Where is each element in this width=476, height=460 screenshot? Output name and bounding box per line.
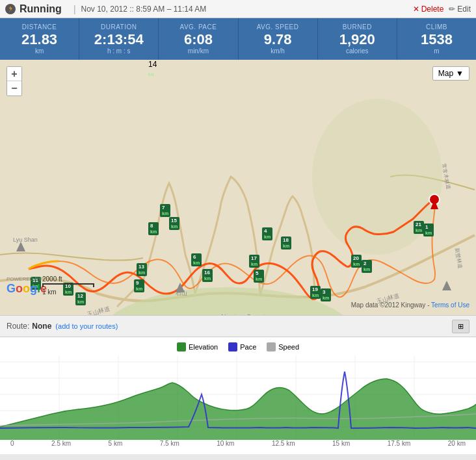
chevron-down-icon: ▼ — [456, 69, 464, 78]
google-logo: POWERED BY Google — [7, 276, 47, 296]
elevation-color — [177, 342, 186, 351]
activity-title: Running — [20, 3, 62, 15]
chart-container: Elevation Pace Speed — [0, 337, 476, 454]
pace-color — [228, 342, 237, 351]
header-actions: ✕ Delete ✏ Edit — [413, 5, 471, 14]
stat-distance: Distance 21.83 km — [0, 18, 79, 60]
stats-bar: Distance 21.83 km Duration 2:13:54 h : m… — [0, 18, 476, 60]
km-marker-17: 17km — [249, 255, 259, 268]
zoom-controls: + − — [7, 66, 22, 96]
zoom-in-button[interactable]: + — [7, 67, 21, 81]
km-marker-3: 3km — [321, 288, 331, 301]
stat-avg-pace: Avg. Pace 6:08 min/km — [159, 18, 238, 60]
stat-avg-speed: Avg. Speed 9.78 km/h — [239, 18, 318, 60]
map-container[interactable]: Nantou County Chiayi County 玉山林道 玉山林道 玉山… — [0, 60, 476, 315]
chart-svg — [0, 355, 476, 440]
delete-button[interactable]: ✕ Delete — [413, 5, 444, 14]
route-bar: Route: None (add to your routes) ⊞ — [0, 315, 476, 337]
km-marker-2: 2km — [362, 260, 372, 273]
km-marker-20: 20km — [351, 255, 362, 268]
km-marker-16: 16km — [202, 269, 213, 282]
stat-duration: Duration 2:13:54 h : m : s — [79, 18, 159, 60]
legend-pace: Pace — [228, 342, 256, 351]
km-marker-6: 6km — [191, 253, 202, 266]
speed-color — [267, 342, 276, 351]
add-to-routes-link[interactable]: (add to your routes) — [55, 322, 118, 330]
chart-x-labels: 0 2.5 km 5 km 7.5 km 10 km 12.5 km 15 km… — [0, 440, 476, 447]
km-marker-19: 19km — [310, 286, 321, 299]
km-marker-13: 13km — [137, 263, 147, 276]
zoom-out-button[interactable]: − — [7, 81, 21, 96]
terms-of-use-link[interactable]: Terms of Use — [431, 301, 469, 309]
km-marker-4: 4km — [262, 227, 272, 240]
km-marker-21: 21km — [414, 221, 424, 234]
chart-area — [0, 355, 476, 440]
legend-elevation: Elevation — [177, 342, 218, 351]
activity-icon: 🏃 — [5, 4, 16, 14]
km-marker-8: 8km — [148, 222, 159, 235]
chart-legend: Elevation Pace Speed — [0, 342, 476, 351]
stat-climb: Climb 1538 m — [397, 18, 476, 60]
km-marker-5: 5km — [254, 270, 264, 283]
km-marker-1: 1km — [423, 224, 434, 236]
map-attribution: Map data ©2012 Kingway - Terms of Use — [351, 301, 469, 309]
delete-icon: ✕ — [413, 5, 419, 14]
km-marker-9: 9km — [134, 279, 144, 292]
stat-burned: Burned 1,920 calories — [318, 18, 397, 60]
map-type-button[interactable]: Map ▼ — [432, 66, 469, 81]
header-date: Nov 10, 2012 :: 8:59 AM – 11:14 AM — [81, 5, 413, 14]
edit-button[interactable]: ✏ Edit — [449, 5, 471, 14]
route-map-button[interactable]: ⊞ — [452, 320, 469, 333]
legend-speed: Speed — [267, 342, 299, 351]
scale-bar: 2000 ft 1 km — [42, 275, 94, 296]
km-marker-15: 15km — [169, 217, 179, 230]
km-marker-14: 14km — [148, 60, 157, 78]
km-marker-18: 18km — [281, 236, 291, 249]
km-marker-7: 7km — [160, 204, 170, 217]
edit-icon: ✏ — [449, 5, 455, 14]
header-bar: 🏃 Running | Nov 10, 2012 :: 8:59 AM – 11… — [0, 0, 476, 18]
